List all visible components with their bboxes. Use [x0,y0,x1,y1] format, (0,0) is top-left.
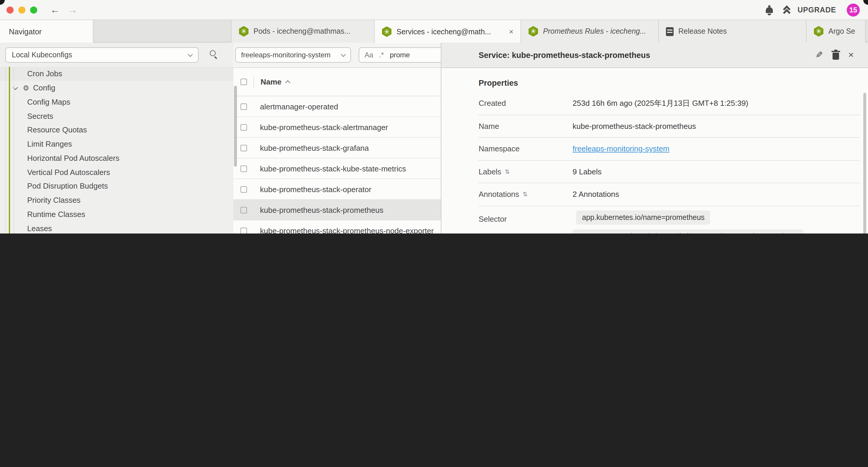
sidebar-item-label: Config [33,83,55,92]
kubernetes-icon: ✳ [814,26,824,37]
close-panel-icon[interactable]: × [848,50,854,60]
sidebar-item[interactable]: Pod Disruption Budgets [0,179,234,193]
labels-value[interactable]: 9 Labels [572,167,601,176]
name-row: Name kube-prometheus-stack-prometheus [478,115,860,138]
selector-chip: operator.prometheus.io/name=kube-prometh… [572,229,804,233]
tab[interactable]: Release Notes [658,20,807,42]
service-name: kube-prometheus-stack-kube-state-metrics [260,164,406,173]
tab-label: Pods - icecheng@mathmas... [253,27,350,35]
created-label: Created [478,99,572,108]
created-value: 253d 16h 6m ago (2025年1月13日 GMT+8 1:25:3… [572,98,748,109]
navigator-sidebar: Local Kubeconfigs Cron Jobs [0,42,234,233]
detail-panel-header: Service: kube-prometheus-stack-prometheu… [441,42,868,68]
sidebar-item[interactable]: Priority Classes [0,193,234,207]
services-list-pane: freeleaps-monitoring-system Aa .* prome … [234,42,441,233]
sidebar-item[interactable]: Resource Quotas [0,123,234,137]
sidebar-item[interactable]: ⚙ Config [0,81,234,95]
tab-label: Services - icecheng@math... [397,28,491,36]
table-row[interactable]: alertmanager-operated [234,96,441,117]
row-checkbox[interactable] [241,186,247,193]
sidebar-item-label: Vertical Pod Autoscalers [27,168,110,176]
kubernetes-icon: ✳ [239,26,249,37]
minimize-window-button[interactable] [18,6,25,13]
row-checkbox[interactable] [241,103,247,110]
service-name: kube-prometheus-stack-operator [260,185,371,194]
row-checkbox[interactable] [241,165,247,172]
row-checkbox[interactable] [241,227,247,233]
row-checkbox[interactable] [241,124,247,130]
tab[interactable]: ✳ Services - icecheng@math... × [374,20,521,43]
tab[interactable]: ✳ Prometheus Rules - icecheng... [521,20,659,42]
row-checkbox[interactable] [241,207,247,213]
kubernetes-icon: ✳ [528,26,538,37]
sidebar-item[interactable]: Config Maps [0,95,234,109]
sidebar-item[interactable]: Leases [0,222,234,234]
select-all-checkbox[interactable] [241,79,247,85]
created-row: Created 253d 16h 6m ago (2025年1月13日 GMT+… [478,92,860,115]
forward-button[interactable]: → [68,4,78,15]
sidebar-item[interactable]: Horizontal Pod Autoscalers [0,151,234,165]
annotations-label: Annotations [478,190,519,199]
notifications-bell-icon[interactable] [766,7,773,13]
sidebar-item[interactable]: Runtime Classes [0,207,234,222]
list-toolbar: freeleaps-monitoring-system Aa .* prome [234,42,441,68]
delete-icon[interactable] [832,52,839,59]
table-row[interactable]: kube-prometheus-stack-grafana [234,138,441,158]
notification-count-badge[interactable]: 15 [847,3,860,16]
service-name: kube-prometheus-stack-grafana [260,143,369,152]
sidebar-item[interactable]: Cron Jobs [0,67,234,81]
resource-tree: Cron Jobs ⚙ Config Config Maps [0,67,234,233]
tab[interactable]: ✳ Argo Se [806,20,866,42]
labels-label: Labels [478,167,501,176]
sidebar-item[interactable]: Limit Ranges [0,137,234,151]
edit-icon[interactable]: ✎ [815,50,823,60]
search-value: prome [390,51,410,59]
namespace-link[interactable]: freeleaps-monitoring-system [572,145,670,153]
close-tab-icon[interactable]: × [509,27,514,36]
service-name: kube-prometheus-stack-prometheus [260,205,383,214]
table-row[interactable]: kube-prometheus-stack-alertmanager [234,117,441,138]
namespace-selector[interactable]: freeleaps-monitoring-system [235,47,351,63]
sidebar-item-label: Secrets [27,111,53,120]
zoom-window-button[interactable] [30,6,37,13]
traffic-lights [6,6,37,13]
sort-icon[interactable]: ⇅ [505,169,510,175]
table-row[interactable]: kube-prometheus-stack-operator [234,179,441,200]
close-window-button[interactable] [6,6,13,13]
name-value: kube-prometheus-stack-prometheus [572,122,696,130]
sidebar-item-label: Config Maps [27,97,70,107]
panel-scrollbar[interactable] [863,93,866,233]
tab[interactable]: ✳ Pods - icecheng@mathmas... [231,20,375,42]
name-column-header[interactable]: Name [260,78,282,86]
service-detail-panel: Service: kube-prometheus-stack-prometheu… [441,42,868,233]
table-row[interactable]: kube-prometheus-stack-prometheus-node-ex… [234,221,441,233]
detail-panel-title: Service: kube-prometheus-stack-prometheu… [478,51,650,59]
back-button[interactable]: ← [50,4,60,15]
regex-toggle[interactable]: .* [379,51,384,59]
group-icon: ⚙ [22,84,30,92]
detail-panel-body: Properties Created 253d 16h 6m ago (2025… [478,68,860,233]
row-checkbox[interactable] [241,145,247,151]
table-header: Name [234,68,441,96]
sidebar-item[interactable]: Secrets [0,109,234,123]
sidebar-search-icon[interactable] [210,50,216,56]
sidebar-item-label: Runtime Classes [27,210,85,219]
sort-icon[interactable]: ⇅ [523,191,528,198]
table-row[interactable]: kube-prometheus-stack-kube-state-metrics [234,158,441,179]
navigator-tab[interactable]: Navigator [0,20,93,42]
chevron-down-icon [188,52,193,57]
upgrade-label: UPGRADE [797,6,836,14]
annotations-row: Annotations⇅ 2 Annotations [478,183,860,206]
annotations-value[interactable]: 2 Annotations [572,190,619,199]
tab-strip: Navigator ✳ Pods - icecheng@mathmas... ✳… [0,20,868,42]
upgrade-button[interactable]: UPGRADE [783,6,836,14]
kubeconfig-selector[interactable]: Local Kubeconfigs [5,47,198,63]
sidebar-item[interactable]: Vertical Pod Autoscalers [0,165,234,179]
double-chevron-up-icon [783,6,793,14]
match-case-toggle[interactable]: Aa [365,51,373,59]
table-row[interactable]: kube-prometheus-stack-prometheus [234,200,441,221]
search-input[interactable]: Aa .* prome [359,47,441,63]
tab-label: Argo Se [829,27,855,35]
sidebar-scrollbar[interactable] [234,86,237,167]
chevron-icon [13,85,18,90]
